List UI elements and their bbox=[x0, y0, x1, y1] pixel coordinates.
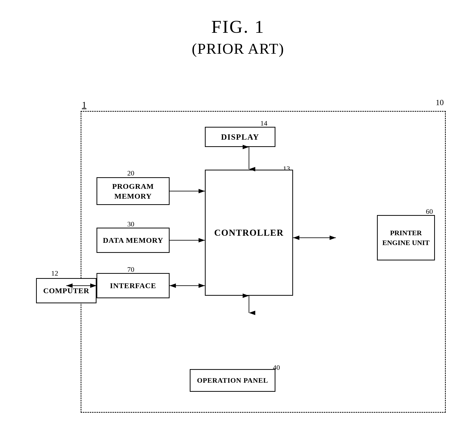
computer-box: COMPUTER bbox=[36, 278, 97, 303]
program-memory-box: PROGRAMMEMORY bbox=[97, 177, 170, 205]
label-ref1: 1 bbox=[82, 100, 86, 110]
controller-box: CONTROLLER bbox=[205, 170, 293, 296]
label-ref30: 30 bbox=[127, 220, 134, 228]
printer-engine-box: PRINTERENGINE UNIT bbox=[377, 215, 435, 260]
label-ref10: 10 bbox=[436, 98, 444, 107]
label-ref60: 60 bbox=[426, 207, 433, 216]
label-ref70: 70 bbox=[127, 265, 134, 274]
label-ref12: 12 bbox=[51, 269, 58, 277]
page-title: FIG. 1 (PRIOR ART) bbox=[0, 0, 476, 58]
diagram-area: 1 10 14 DISPLAY 13 CONTROLLER 20 PROGRAM… bbox=[25, 81, 451, 428]
fig-title: FIG. 1 bbox=[0, 15, 476, 39]
interface-box: INTERFACE bbox=[97, 273, 170, 298]
data-memory-box: DATA MEMORY bbox=[97, 228, 170, 253]
fig-subtitle: (PRIOR ART) bbox=[0, 39, 476, 58]
label-ref20: 20 bbox=[127, 169, 134, 177]
outer-dashed-box: 14 DISPLAY 13 CONTROLLER 20 PROGRAMMEMOR… bbox=[81, 111, 446, 413]
label-ref14: 14 bbox=[260, 119, 267, 127]
operation-panel-box: OPERATION PANEL bbox=[190, 369, 275, 392]
display-box: DISPLAY bbox=[205, 127, 275, 147]
